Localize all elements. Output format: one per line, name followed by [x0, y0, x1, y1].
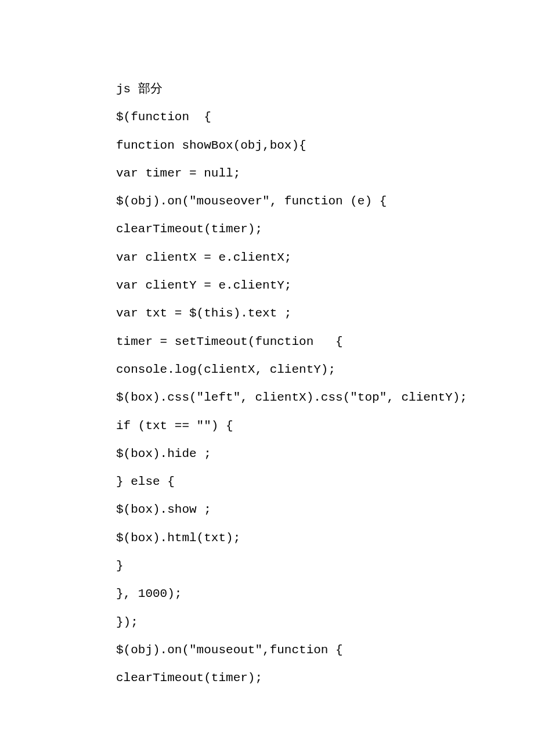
code-line: if (txt == "") {: [116, 412, 418, 440]
code-line: $(box).show ;: [116, 496, 418, 524]
code-line: }: [116, 552, 418, 580]
code-line: }, 1000);: [116, 580, 418, 608]
code-line: var clientX = e.clientX;: [116, 244, 418, 272]
code-line: $(box).css("left", clientX).css("top", c…: [116, 384, 418, 412]
document-page: js 部分 $(function { function showBox(obj,…: [0, 0, 534, 751]
code-line: timer = setTimeout(function {: [116, 328, 418, 356]
code-line: var clientY = e.clientY;: [116, 272, 418, 300]
code-line: clearTimeout(timer);: [116, 664, 418, 692]
code-line: $(obj).on("mouseover", function (e) {: [116, 188, 418, 215]
code-line: js 部分: [116, 75, 418, 103]
code-line: var timer = null;: [116, 160, 418, 188]
code-line: $(obj).on("mouseout",function {: [116, 636, 418, 664]
code-line: } else {: [116, 468, 418, 496]
code-line: clearTimeout(timer);: [116, 215, 418, 243]
code-line: function showBox(obj,box){: [116, 132, 418, 160]
code-line: $(function {: [116, 103, 418, 131]
code-line: $(box).hide ;: [116, 440, 418, 468]
code-line: $(box).html(txt);: [116, 524, 418, 552]
code-line: var txt = $(this).text ;: [116, 300, 418, 327]
code-line: });: [116, 609, 418, 636]
code-line: console.log(clientX, clientY);: [116, 356, 418, 384]
